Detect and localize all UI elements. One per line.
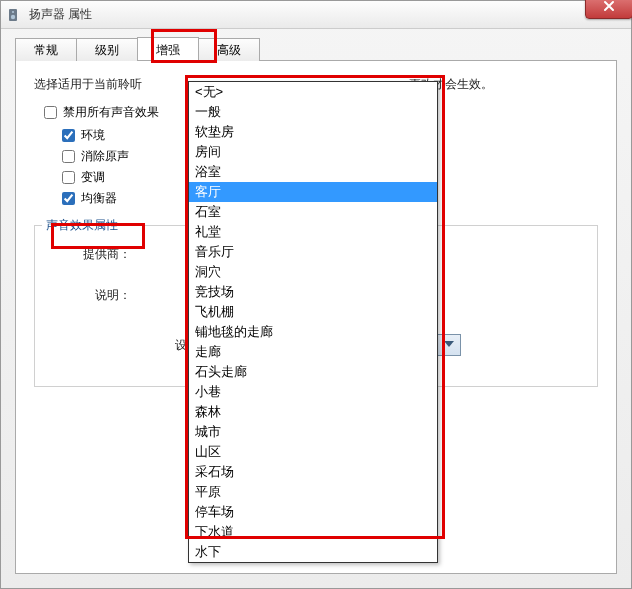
effect-label-3[interactable]: 均衡器: [81, 190, 117, 207]
dropdown-option-3[interactable]: 房间: [189, 142, 437, 162]
dropdown-option-4[interactable]: 浴室: [189, 162, 437, 182]
dropdown-option-21[interactable]: 停车场: [189, 502, 437, 522]
dropdown-option-7[interactable]: 礼堂: [189, 222, 437, 242]
desc-label: 说明：: [51, 287, 131, 304]
dropdown-option-23[interactable]: 水下: [189, 542, 437, 562]
dropdown-option-5[interactable]: 客厅: [189, 182, 437, 202]
dropdown-option-16[interactable]: 森林: [189, 402, 437, 422]
dropdown-option-18[interactable]: 山区: [189, 442, 437, 462]
dropdown-option-20[interactable]: 平原: [189, 482, 437, 502]
environment-dropdown[interactable]: <无>一般软垫房房间浴室客厅石室礼堂音乐厅洞穴竞技场飞机棚铺地毯的走廊走廊石头走…: [188, 81, 438, 563]
tab-3[interactable]: 高级: [198, 38, 260, 61]
effect-checkbox-0[interactable]: [62, 129, 75, 142]
dropdown-option-17[interactable]: 城市: [189, 422, 437, 442]
dropdown-option-2[interactable]: 软垫房: [189, 122, 437, 142]
effect-label-2[interactable]: 变调: [81, 169, 105, 186]
dropdown-option-0[interactable]: <无>: [189, 82, 437, 102]
dropdown-option-13[interactable]: 走廊: [189, 342, 437, 362]
effect-checkbox-2[interactable]: [62, 171, 75, 184]
dropdown-option-12[interactable]: 铺地毯的走廊: [189, 322, 437, 342]
dropdown-option-22[interactable]: 下水道: [189, 522, 437, 542]
disable-all-label[interactable]: 禁用所有声音效果: [63, 104, 159, 121]
dropdown-option-14[interactable]: 石头走廊: [189, 362, 437, 382]
disable-all-checkbox[interactable]: [44, 106, 57, 119]
svg-point-1: [11, 14, 15, 18]
setting-label: 设置：: [51, 337, 211, 354]
tab-0[interactable]: 常规: [15, 38, 77, 61]
effect-label-1[interactable]: 消除原声: [81, 148, 129, 165]
tab-strip: 常规级别增强高级: [15, 37, 617, 61]
tab-2[interactable]: 增强: [137, 37, 199, 60]
effect-checkbox-3[interactable]: [62, 192, 75, 205]
titlebar[interactable]: 扬声器 属性: [1, 1, 631, 29]
speaker-icon: [7, 7, 23, 23]
effect-label-0[interactable]: 环境: [81, 127, 105, 144]
dropdown-option-9[interactable]: 洞穴: [189, 262, 437, 282]
dropdown-option-6[interactable]: 石室: [189, 202, 437, 222]
effect-checkbox-1[interactable]: [62, 150, 75, 163]
close-button[interactable]: [585, 0, 632, 19]
group-title: 声音效果属性: [42, 217, 122, 234]
dropdown-option-15[interactable]: 小巷: [189, 382, 437, 402]
speaker-properties-window: 扬声器 属性 常规级别增强高级 选择适用于当前聆听 更改才会生效。 禁用所有声音…: [0, 0, 632, 589]
provider-label: 提供商：: [51, 246, 131, 263]
tab-1[interactable]: 级别: [76, 38, 138, 61]
desc-prefix: 选择适用于当前聆听: [34, 77, 142, 91]
svg-point-2: [12, 10, 14, 12]
dropdown-option-10[interactable]: 竞技场: [189, 282, 437, 302]
dropdown-option-11[interactable]: 飞机棚: [189, 302, 437, 322]
close-icon: [602, 0, 616, 15]
dropdown-option-1[interactable]: 一般: [189, 102, 437, 122]
chevron-down-icon: [444, 341, 454, 347]
window-title: 扬声器 属性: [29, 6, 92, 23]
dropdown-option-19[interactable]: 采石场: [189, 462, 437, 482]
dropdown-option-8[interactable]: 音乐厅: [189, 242, 437, 262]
